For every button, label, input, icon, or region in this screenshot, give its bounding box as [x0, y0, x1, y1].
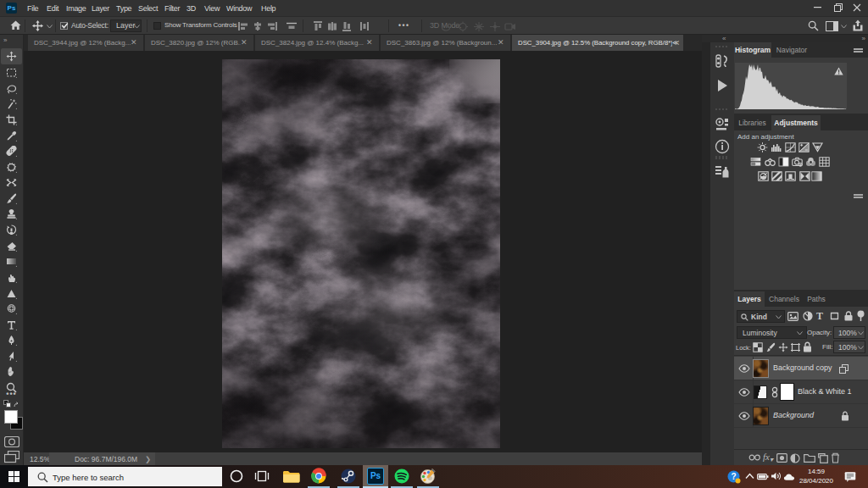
svg-text:?: ? [731, 472, 736, 481]
